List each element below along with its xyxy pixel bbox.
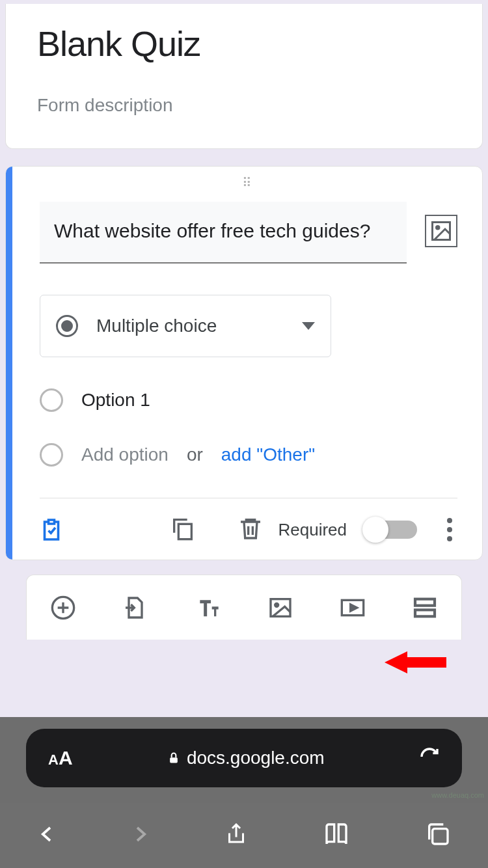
annotation-arrow <box>385 646 450 681</box>
svg-marker-2 <box>385 651 446 673</box>
bookmarks-button[interactable] <box>322 821 351 850</box>
trash-icon <box>237 515 264 541</box>
form-header-card: Blank Quiz Form description <box>5 4 483 149</box>
svg-rect-10 <box>170 757 178 763</box>
question-card: ⠿ What website offer free tech guides? M… <box>5 166 483 560</box>
add-image-button[interactable] <box>425 215 457 247</box>
add-option-row: Add option or add "Other" <box>40 443 457 467</box>
share-button[interactable] <box>224 820 248 851</box>
chevron-right-icon <box>131 821 150 847</box>
clipboard-check-icon <box>40 518 63 541</box>
svg-rect-8 <box>415 599 435 605</box>
svg-point-1 <box>437 226 440 230</box>
svg-rect-11 <box>433 829 448 844</box>
back-button[interactable] <box>37 821 57 850</box>
chevron-down-icon <box>302 322 315 330</box>
import-questions-button[interactable] <box>122 595 148 621</box>
required-toggle[interactable] <box>365 521 417 539</box>
browser-nav-bar <box>0 803 488 868</box>
video-icon <box>340 595 366 621</box>
svg-rect-9 <box>415 610 435 616</box>
required-label: Required <box>278 520 347 540</box>
drag-handle-icon[interactable]: ⠿ <box>40 181 457 194</box>
add-section-button[interactable] <box>412 595 438 621</box>
duplicate-button[interactable] <box>170 515 196 544</box>
share-icon <box>224 820 248 848</box>
reload-icon <box>419 746 440 767</box>
book-icon <box>322 821 351 847</box>
svg-rect-3 <box>179 524 192 539</box>
divider <box>40 498 457 498</box>
answer-key-button[interactable] <box>40 518 63 541</box>
forward-button[interactable] <box>131 821 150 850</box>
lock-icon <box>167 750 180 766</box>
text-size-button[interactable]: AA <box>48 747 73 769</box>
floating-toolbar <box>26 575 462 640</box>
plus-circle-icon <box>50 595 76 621</box>
section-icon <box>412 595 438 621</box>
chevron-left-icon <box>37 821 57 847</box>
or-label: or <box>187 444 203 465</box>
watermark: www.deuaq.com <box>431 791 484 799</box>
form-description[interactable]: Form description <box>37 95 456 116</box>
image-icon <box>267 595 293 621</box>
add-video-button[interactable] <box>340 595 366 621</box>
question-type-dropdown[interactable]: Multiple choice <box>40 295 331 357</box>
add-option-button[interactable]: Add option <box>81 444 169 465</box>
option-label[interactable]: Option 1 <box>81 390 150 411</box>
tabs-button[interactable] <box>425 821 451 850</box>
add-other-button[interactable]: add "Other" <box>221 444 315 465</box>
add-image-button[interactable] <box>267 595 293 621</box>
form-title[interactable]: Blank Quiz <box>37 23 456 64</box>
delete-button[interactable] <box>237 515 264 544</box>
copy-icon <box>170 515 196 541</box>
url-display[interactable]: docs.google.com <box>73 748 419 768</box>
option-row[interactable]: Option 1 <box>40 388 457 412</box>
browser-address-bar: AA docs.google.com <box>0 717 488 803</box>
more-vertical-icon <box>447 518 452 523</box>
question-text-input[interactable]: What website offer free tech guides? <box>40 202 407 264</box>
radio-empty-icon <box>40 388 63 412</box>
image-icon <box>429 219 453 243</box>
radio-empty-icon <box>40 443 63 467</box>
reload-button[interactable] <box>419 746 440 770</box>
radio-filled-icon <box>56 315 78 337</box>
text-icon <box>195 595 221 621</box>
tabs-icon <box>425 821 451 847</box>
question-type-label: Multiple choice <box>96 316 284 336</box>
import-icon <box>122 595 148 621</box>
more-options-button[interactable] <box>442 518 457 541</box>
svg-point-6 <box>275 603 278 606</box>
add-question-button[interactable] <box>50 595 76 621</box>
add-title-button[interactable] <box>195 595 221 621</box>
